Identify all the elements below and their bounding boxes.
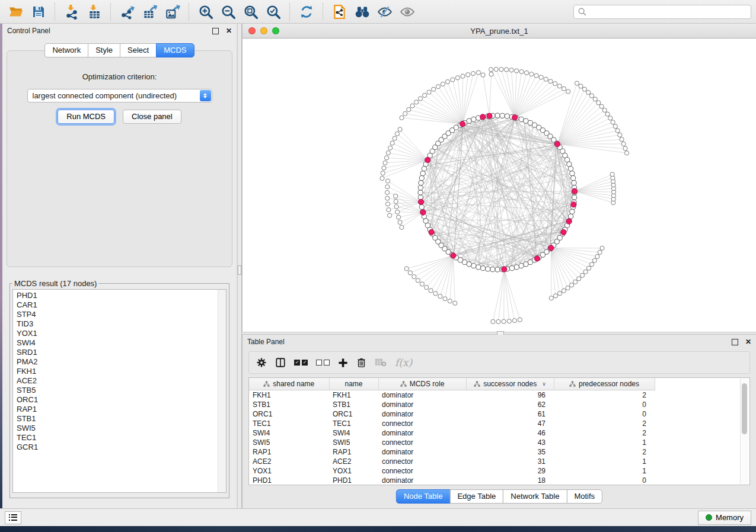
mcds-list-item[interactable]: PHD1 [17, 291, 226, 300]
network-node[interactable] [427, 90, 431, 94]
network-node[interactable] [571, 176, 576, 181]
list-scrollbar-track[interactable] [218, 290, 226, 492]
network-node[interactable] [599, 104, 604, 108]
network-node[interactable] [381, 171, 385, 175]
zoom-fit-button[interactable] [241, 2, 261, 21]
network-node[interactable] [441, 82, 445, 86]
network-node[interactable] [582, 87, 586, 91]
network-node-mcds[interactable] [561, 229, 566, 235]
deselect-all-rows-button[interactable] [315, 358, 331, 367]
network-node[interactable] [596, 101, 601, 105]
mcds-list-item[interactable]: SRD1 [17, 348, 226, 357]
export-table-button[interactable] [140, 2, 160, 21]
network-node-mcds[interactable] [548, 245, 554, 251]
close-panel-button[interactable]: ✕ [745, 338, 751, 345]
global-search-box[interactable] [573, 5, 751, 19]
network-node[interactable] [519, 117, 524, 121]
mcds-list-item[interactable]: GCR1 [17, 443, 226, 452]
network-node[interactable] [433, 291, 438, 296]
apply-function-button[interactable]: f(x) [394, 355, 413, 370]
mcds-list-item[interactable]: RAP1 [17, 405, 226, 414]
network-node[interactable] [586, 90, 591, 94]
network-node[interactable] [429, 289, 433, 293]
network-node[interactable] [566, 286, 570, 290]
criterion-dropdown[interactable]: largest connected component (undirected) [27, 89, 212, 102]
network-node[interactable] [418, 190, 423, 195]
network-node[interactable] [624, 151, 629, 155]
network-window-titlebar[interactable]: YPA_prune.txt_1 [243, 24, 756, 39]
network-node[interactable] [476, 265, 481, 270]
network-node[interactable] [410, 104, 414, 108]
network-node[interactable] [553, 294, 557, 298]
network-node-mcds[interactable] [572, 188, 577, 194]
network-node[interactable] [618, 133, 622, 137]
save-session-button[interactable] [28, 2, 49, 21]
network-node[interactable] [505, 114, 509, 118]
import-network-button[interactable] [62, 2, 82, 21]
network-node[interactable] [393, 136, 397, 140]
table-row[interactable]: PHD1PHD1dominator180 [249, 476, 655, 485]
network-node[interactable] [534, 73, 538, 78]
network-node[interactable] [390, 141, 394, 145]
network-node[interactable] [466, 73, 470, 77]
tab-node-table[interactable]: Node Table [396, 489, 451, 504]
network-node[interactable] [507, 319, 511, 323]
network-node[interactable] [481, 73, 485, 77]
network-node[interactable] [494, 67, 498, 71]
network-node[interactable] [595, 254, 599, 258]
network-node[interactable] [388, 213, 392, 217]
network-node[interactable] [445, 79, 449, 84]
network-node[interactable] [387, 208, 391, 212]
import-table-button[interactable] [84, 2, 104, 21]
splitter-grip[interactable] [238, 265, 241, 275]
network-node[interactable] [395, 132, 399, 136]
memory-button[interactable]: Memory [698, 511, 751, 525]
network-node[interactable] [385, 190, 389, 194]
network-node[interactable] [605, 112, 610, 116]
create-column-button[interactable] [337, 357, 349, 369]
network-node[interactable] [566, 89, 570, 94]
network-node[interactable] [502, 319, 506, 323]
network-node[interactable] [600, 246, 604, 250]
node-table[interactable]: shared name name MCDS role successor nod… [248, 377, 750, 485]
network-node[interactable] [589, 94, 594, 98]
network-node-mcds[interactable] [480, 114, 486, 120]
column-header-mcds-role[interactable]: MCDS role [378, 378, 466, 390]
network-node[interactable] [394, 204, 398, 209]
network-node[interactable] [397, 215, 401, 219]
table-options-button[interactable] [255, 356, 268, 369]
network-node-mcds[interactable] [451, 253, 456, 258]
float-panel-button[interactable] [732, 339, 745, 345]
network-node[interactable] [548, 79, 553, 84]
network-node[interactable] [432, 87, 436, 91]
network-node[interactable] [580, 273, 585, 277]
network-node[interactable] [481, 266, 486, 271]
network-node-mcds[interactable] [418, 199, 423, 204]
network-node[interactable] [489, 72, 493, 76]
network-node[interactable] [443, 297, 447, 301]
network-node[interactable] [414, 100, 419, 104]
search-networks-button[interactable] [352, 2, 372, 21]
network-node[interactable] [569, 283, 573, 287]
zoom-in-button[interactable] [196, 2, 216, 21]
network-node[interactable] [528, 260, 532, 265]
zoom-out-button[interactable] [218, 2, 238, 21]
network-node[interactable] [557, 84, 562, 88]
network-node[interactable] [524, 262, 528, 267]
network-node[interactable] [602, 108, 607, 112]
run-mcds-button[interactable]: Run MCDS [58, 110, 114, 124]
column-header-successor-nodes[interactable]: successor nodes ∨ [466, 378, 554, 390]
network-node[interactable] [504, 68, 508, 72]
table-row[interactable]: SWI5SWI5connector431 [249, 438, 655, 447]
network-node[interactable] [613, 124, 617, 129]
network-node[interactable] [471, 72, 475, 76]
network-node[interactable] [529, 72, 534, 76]
mcds-list-item[interactable]: SWI5 [17, 424, 226, 433]
console-button[interactable] [5, 511, 21, 524]
network-node[interactable] [408, 271, 412, 275]
network-node[interactable] [621, 142, 626, 146]
network-node[interactable] [407, 107, 411, 111]
tab-motifs[interactable]: Motifs [566, 489, 602, 504]
mcds-list-item[interactable]: YOX1 [17, 329, 226, 338]
network-node[interactable] [592, 258, 596, 262]
